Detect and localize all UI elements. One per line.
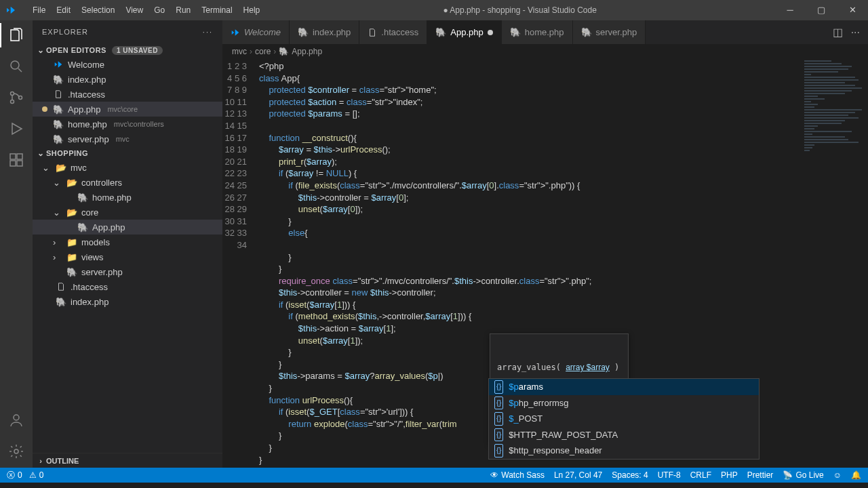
- menu-view[interactable]: View: [120, 0, 149, 20]
- project-section[interactable]: ⌄ SHOPPING: [33, 146, 222, 160]
- file-type-icon: 🐘: [510, 27, 521, 37]
- file-type-icon: 🐘: [77, 192, 88, 203]
- open-editor-item[interactable]: 🐘home.phpmvc\controllers: [33, 117, 222, 131]
- status-errors[interactable]: ⓧ0 ⚠0: [7, 470, 43, 481]
- chevron-down-icon: ⌄: [53, 178, 62, 188]
- tree-folder[interactable]: ⌄📂controllers: [33, 175, 222, 190]
- code-editor[interactable]: 1 2 3 4 5 6 7 8 9 10 11 12 13 14 15 16 1…: [222, 59, 868, 468]
- menu-terminal[interactable]: Terminal: [196, 0, 237, 20]
- status-prettier[interactable]: Prettier: [747, 470, 774, 480]
- svg-rect-4: [10, 154, 16, 159]
- window-controls: ─ ▢ ✕: [774, 0, 868, 20]
- minimize-button[interactable]: ─: [774, 0, 806, 20]
- open-editors-section[interactable]: ⌄ OPEN EDITORS 1 UNSAVED: [33, 43, 222, 57]
- suggestion-item[interactable]: {}$http_response_header: [489, 443, 759, 459]
- menu-run[interactable]: Run: [170, 0, 196, 20]
- open-editor-item[interactable]: .htaccess: [33, 87, 222, 102]
- open-editor-item[interactable]: 🐘App.phpmvc\core: [33, 102, 222, 117]
- tree-file[interactable]: .htaccess: [33, 279, 222, 294]
- chevron-right-icon: ›: [53, 237, 62, 247]
- editor-tab[interactable]: 🐘App.php: [427, 20, 501, 44]
- outline-label: OUTLINE: [46, 457, 79, 465]
- code-lines[interactable]: <?php class App{ protected $controller =…: [259, 59, 868, 468]
- file-label: .htaccess: [68, 89, 105, 100]
- status-bell-icon[interactable]: 🔔: [851, 470, 861, 480]
- tree-folder[interactable]: ›📁models: [33, 235, 222, 249]
- status-watch-sass[interactable]: 👁Watch Sass: [490, 470, 545, 480]
- source-control-icon[interactable]: [7, 88, 26, 107]
- menu-selection[interactable]: Selection: [76, 0, 120, 20]
- svg-rect-7: [17, 161, 22, 166]
- tree-item-label: server.php: [81, 267, 123, 277]
- tree-folder[interactable]: ›📁views: [33, 249, 222, 264]
- svg-rect-6: [10, 161, 16, 166]
- open-editor-item[interactable]: Welcome: [33, 57, 222, 72]
- settings-icon[interactable]: [7, 442, 26, 461]
- file-type-icon: [53, 89, 64, 100]
- chevron-down-icon: ⌄: [42, 163, 52, 173]
- suggestion-label: $HTTP_RAW_POST_DATA: [509, 429, 618, 441]
- minimap[interactable]: [800, 59, 868, 439]
- open-editor-item[interactable]: 🐘index.php: [33, 72, 222, 87]
- search-icon[interactable]: [7, 57, 26, 76]
- editor-tab[interactable]: 🐘index.php: [290, 20, 359, 44]
- tree-folder[interactable]: ⌄📂mvc: [33, 160, 222, 175]
- tree-item-label: App.php: [92, 222, 125, 232]
- file-type-icon: 🐘: [435, 27, 446, 37]
- status-cursor-position[interactable]: Ln 27, Col 47: [554, 470, 602, 480]
- file-type-icon: [56, 281, 66, 292]
- warning-icon: ⚠: [29, 470, 37, 480]
- breadcrumb-item[interactable]: App.php: [292, 47, 322, 56]
- chevron-right-icon: ›: [53, 252, 62, 262]
- suggestion-item[interactable]: {}$params: [489, 379, 759, 395]
- svg-point-8: [14, 415, 19, 420]
- file-type-icon: 🐘: [298, 27, 309, 37]
- menu-go[interactable]: Go: [149, 0, 170, 20]
- tree-folder[interactable]: ⌄📂core: [33, 205, 222, 220]
- file-path-hint: mvc\core: [107, 105, 138, 113]
- explorer-icon[interactable]: [7, 26, 26, 45]
- suggestion-item[interactable]: {}$HTTP_RAW_POST_DATA: [489, 427, 759, 443]
- menu-file[interactable]: File: [27, 0, 51, 20]
- file-type-icon: [231, 28, 240, 37]
- close-button[interactable]: ✕: [837, 0, 868, 20]
- tree-file[interactable]: 🐘index.php: [33, 294, 222, 309]
- maximize-button[interactable]: ▢: [806, 0, 837, 20]
- file-label: App.php: [68, 104, 100, 115]
- tree-file[interactable]: 🐘server.php: [33, 264, 222, 279]
- status-indentation[interactable]: Spaces: 4: [612, 470, 648, 480]
- chevron-down-icon: ⌄: [35, 148, 46, 158]
- accounts-icon[interactable]: [7, 411, 26, 430]
- breadcrumb-item[interactable]: core: [255, 47, 271, 56]
- editor-tab[interactable]: 🐘server.php: [573, 20, 646, 44]
- status-encoding[interactable]: UTF-8: [658, 470, 681, 480]
- status-language[interactable]: PHP: [721, 470, 738, 480]
- status-eol[interactable]: CRLF: [690, 470, 711, 480]
- status-feedback-icon[interactable]: ☺: [833, 470, 842, 480]
- editor-tab[interactable]: 🐘home.php: [502, 20, 573, 44]
- suggestion-item[interactable]: {}$_POST: [489, 411, 759, 427]
- extensions-icon[interactable]: [7, 150, 26, 169]
- broadcast-icon: 📡: [783, 470, 793, 480]
- editor-tab[interactable]: .htaccess: [359, 20, 427, 44]
- file-type-icon: 🐘: [53, 134, 64, 144]
- editor-tab[interactable]: Welcome: [222, 20, 290, 44]
- open-editor-item[interactable]: 🐘server.phpmvc: [33, 131, 222, 146]
- breadcrumb[interactable]: mvc› core› 🐘 App.php: [222, 44, 868, 59]
- sidebar-more-icon[interactable]: ···: [203, 28, 213, 36]
- outline-section[interactable]: › OUTLINE: [33, 453, 222, 468]
- more-actions-icon[interactable]: ···: [851, 26, 860, 39]
- tree-file[interactable]: 🐘home.php: [33, 190, 222, 205]
- split-editor-icon[interactable]: ◫: [833, 26, 843, 39]
- tree-file[interactable]: 🐘App.php: [33, 220, 222, 235]
- menu-help[interactable]: Help: [238, 0, 266, 20]
- tree-item-label: index.php: [71, 297, 108, 307]
- menu-edit[interactable]: Edit: [51, 0, 76, 20]
- breadcrumb-item[interactable]: mvc: [232, 47, 247, 56]
- sidebar-title: EXPLORER: [42, 28, 88, 36]
- suggestion-list[interactable]: {}$params{}$php_errormsg{}$_POST{}$HTTP_…: [488, 378, 760, 460]
- tab-label: index.php: [313, 27, 351, 37]
- run-debug-icon[interactable]: [7, 119, 26, 138]
- status-go-live[interactable]: 📡Go Live: [783, 470, 823, 480]
- suggestion-item[interactable]: {}$php_errormsg: [489, 395, 759, 411]
